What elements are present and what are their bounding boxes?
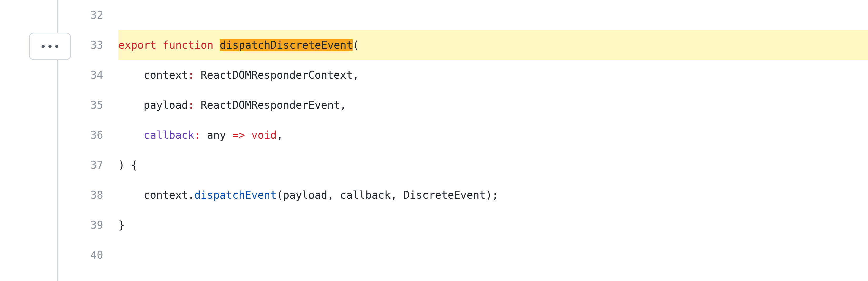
line-number[interactable]: 36 (79, 130, 118, 140)
code-token: : (194, 130, 207, 140)
code-line[interactable]: 35payload: ReactDOMResponderEvent, (79, 90, 868, 120)
code-token: ) { (118, 160, 137, 170)
line-number[interactable]: 40 (79, 250, 118, 260)
code-token: => void (232, 130, 277, 140)
code-token: : (188, 70, 201, 80)
code-cell[interactable]: ) { (118, 150, 868, 180)
code-area[interactable]: 3233export function dispatchDiscreteEven… (79, 0, 868, 281)
code-line[interactable]: 32 (79, 0, 868, 30)
code-line[interactable]: 39} (79, 210, 868, 240)
code-cell[interactable]: } (118, 210, 868, 240)
code-line[interactable]: 34context: ReactDOMResponderContext, (79, 60, 868, 90)
code-token: context (144, 70, 188, 80)
code-line[interactable]: 36callback: any => void, (79, 120, 868, 150)
line-number[interactable]: 35 (79, 100, 118, 110)
code-line[interactable]: 37) { (79, 150, 868, 180)
code-token: dispatchDiscreteEvent (220, 39, 353, 51)
line-number[interactable]: 38 (79, 190, 118, 200)
line-number[interactable]: 39 (79, 220, 118, 230)
code-cell[interactable]: context: ReactDOMResponderContext, (118, 60, 868, 90)
code-token: callback (144, 130, 194, 140)
highlighted-code-cell[interactable]: export function dispatchDiscreteEvent( (118, 30, 868, 60)
ellipsis-icon (41, 45, 45, 48)
code-token: ReactDOMResponderEvent (201, 100, 340, 110)
code-token: ( (353, 40, 359, 50)
code-token: , (353, 70, 359, 80)
code-cell[interactable]: context.dispatchEvent(payload, callback,… (118, 180, 868, 210)
code-token: (payload, callback, DiscreteEvent); (277, 190, 498, 200)
code-token: function (163, 40, 220, 50)
code-cell[interactable] (118, 240, 868, 270)
code-line[interactable]: 33export function dispatchDiscreteEvent( (79, 30, 868, 60)
line-number[interactable]: 32 (79, 10, 118, 20)
left-gutter-rail (0, 0, 63, 281)
code-token: context. (144, 190, 194, 200)
code-line[interactable]: 38context.dispatchEvent(payload, callbac… (79, 180, 868, 210)
more-actions-button[interactable] (29, 33, 71, 60)
code-token: ReactDOMResponderContext (201, 70, 353, 80)
code-token: payload (144, 100, 188, 110)
code-line[interactable]: 40 (79, 240, 868, 270)
code-token: , (340, 100, 346, 110)
code-viewer: 3233export function dispatchDiscreteEven… (0, 0, 868, 281)
code-cell[interactable] (118, 0, 868, 30)
code-token: any (207, 130, 232, 140)
code-token: dispatchEvent (194, 190, 277, 200)
code-token: } (118, 220, 125, 230)
line-number[interactable]: 33 (79, 40, 118, 50)
code-cell[interactable]: callback: any => void, (118, 120, 868, 150)
code-cell[interactable]: payload: ReactDOMResponderEvent, (118, 90, 868, 120)
line-number[interactable]: 37 (79, 160, 118, 170)
code-token: , (277, 130, 283, 140)
line-number[interactable]: 34 (79, 70, 118, 80)
ellipsis-icon (49, 45, 52, 48)
code-token: export (118, 40, 163, 50)
code-token: : (188, 100, 201, 110)
ellipsis-icon (55, 45, 58, 48)
